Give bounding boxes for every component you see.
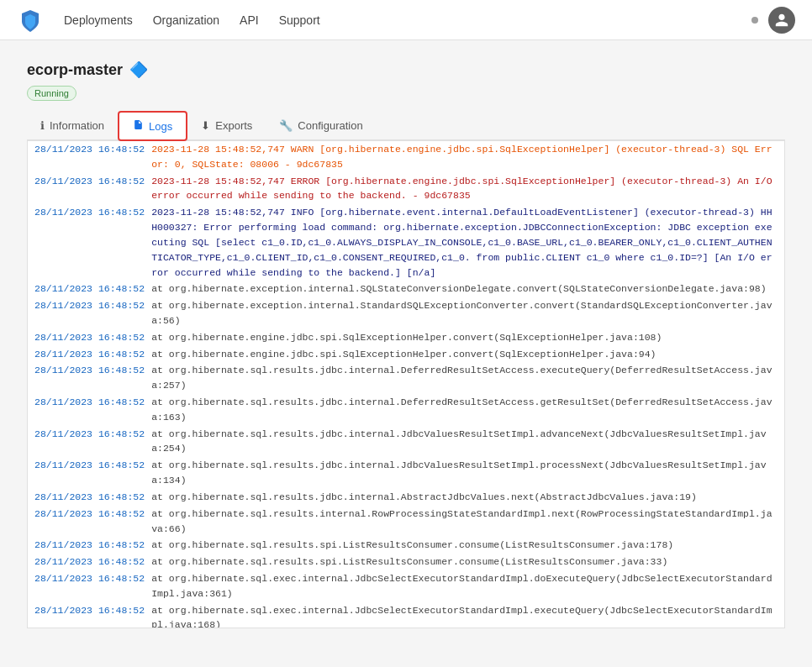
tab-configuration[interactable]: 🔧 Configuration [266,113,376,140]
log-entry: 28/11/2023 16:48:52at org.hibernate.sql.… [28,602,784,628]
log-entry: 28/11/2023 16:48:52at org.hibernate.exce… [28,297,784,329]
log-timestamp: 28/11/2023 16:48:52 [34,538,151,553]
tab-exports-label: Exports [215,119,252,132]
log-entry: 28/11/2023 16:48:52at org.hibernate.sql.… [28,554,784,570]
log-entry: 28/11/2023 16:48:52at org.hibernate.engi… [28,329,784,346]
main-content: ecorp-master 🔷 Running ℹ Information Log… [0,40,812,649]
exports-icon: ⬇ [201,119,210,132]
log-panel[interactable]: 28/11/2023 16:48:522023-11-28 15:48:52,7… [27,141,785,628]
log-timestamp: 28/11/2023 16:48:52 [34,571,151,601]
log-message: at org.hibernate.exception.internal.Stan… [151,298,778,328]
log-entry: 28/11/2023 16:48:52at org.hibernate.sql.… [28,426,784,458]
log-timestamp: 28/11/2023 16:48:52 [34,395,151,425]
tab-logs[interactable]: Logs [118,111,187,141]
tab-configuration-label: Configuration [298,119,362,132]
log-message: at org.hibernate.sql.exec.internal.JdbcS… [151,571,778,601]
tab-exports[interactable]: ⬇ Exports [187,113,266,140]
user-avatar[interactable] [768,7,795,34]
log-entry: 28/11/2023 16:48:52at org.hibernate.sql.… [28,506,784,538]
log-message: at org.hibernate.sql.results.jdbc.intern… [151,427,778,457]
log-message: at org.hibernate.sql.results.spi.ListRes… [151,538,778,553]
nav-support[interactable]: Support [279,10,320,30]
tab-information-label: Information [50,119,104,132]
log-timestamp: 28/11/2023 16:48:52 [34,205,151,280]
log-message: at org.hibernate.exception.internal.SQLS… [151,281,778,297]
log-entry: 28/11/2023 16:48:52at org.hibernate.exce… [28,281,784,297]
app-name: ecorp-master [27,61,123,79]
log-entry: 28/11/2023 16:48:52at org.hibernate.sql.… [28,537,784,554]
log-message: at org.hibernate.sql.results.jdbc.intern… [151,458,778,488]
log-message: at org.hibernate.engine.jdbc.spi.SqlExce… [151,330,778,345]
app-logo[interactable] [17,7,44,34]
log-timestamp: 28/11/2023 16:48:52 [34,142,151,172]
log-entry: 28/11/2023 16:48:52at org.hibernate.sql.… [28,394,784,426]
log-timestamp: 28/11/2023 16:48:52 [34,603,151,628]
log-message: 2023-11-28 15:48:52,747 ERROR [org.hiber… [151,174,778,204]
log-timestamp: 28/11/2023 16:48:52 [34,490,151,505]
nav-links: Deployments Organization API Support [64,10,751,30]
log-entry: 28/11/2023 16:48:52at org.hibernate.sql.… [28,362,784,394]
log-timestamp: 28/11/2023 16:48:52 [34,458,151,488]
log-message: at org.hibernate.sql.results.internal.Ro… [151,507,778,537]
log-timestamp: 28/11/2023 16:48:52 [34,298,151,328]
log-message: at org.hibernate.sql.results.jdbc.intern… [151,490,778,505]
log-message: at org.hibernate.engine.jdbc.spi.SqlExce… [151,347,778,362]
log-entry: 28/11/2023 16:48:52at org.hibernate.sql.… [28,570,784,602]
tab-logs-label: Logs [149,120,172,133]
log-entry: 28/11/2023 16:48:52at org.hibernate.sql.… [28,457,784,489]
log-timestamp: 28/11/2023 16:48:52 [34,427,151,457]
log-entry: 28/11/2023 16:48:522023-11-28 15:48:52,7… [28,141,784,173]
log-message: 2023-11-28 15:48:52,747 WARN [org.hibern… [151,142,778,172]
logs-icon [133,119,144,133]
log-timestamp: 28/11/2023 16:48:52 [34,174,151,204]
tab-bar: ℹ Information Logs ⬇ Exports 🔧 Configura… [27,111,785,141]
log-message: at org.hibernate.sql.results.jdbc.intern… [151,395,778,425]
status-indicator [751,17,758,24]
nav-actions [751,7,795,34]
log-timestamp: 28/11/2023 16:48:52 [34,281,151,297]
app-icon-emoji: 🔷 [129,60,148,79]
nav-api[interactable]: API [240,10,259,30]
log-message: at org.hibernate.sql.results.spi.ListRes… [151,554,778,570]
app-header: ecorp-master 🔷 [27,60,785,79]
log-entry: 28/11/2023 16:48:52at org.hibernate.sql.… [28,489,784,506]
log-timestamp: 28/11/2023 16:48:52 [34,363,151,393]
log-message: 2023-11-28 15:48:52,747 INFO [org.hibern… [151,205,778,280]
information-icon: ℹ [40,119,45,132]
log-message: at org.hibernate.sql.exec.internal.JdbcS… [151,603,778,628]
log-timestamp: 28/11/2023 16:48:52 [34,554,151,570]
log-timestamp: 28/11/2023 16:48:52 [34,347,151,362]
top-nav: Deployments Organization API Support [0,0,812,40]
log-timestamp: 28/11/2023 16:48:52 [34,330,151,345]
tab-information[interactable]: ℹ Information [27,113,118,140]
configuration-icon: 🔧 [279,119,293,132]
log-timestamp: 28/11/2023 16:48:52 [34,507,151,537]
log-entry: 28/11/2023 16:48:522023-11-28 15:48:52,7… [28,173,784,205]
status-badge: Running [27,86,76,101]
log-message: at org.hibernate.sql.results.jdbc.intern… [151,363,778,393]
nav-deployments[interactable]: Deployments [64,10,133,30]
nav-organization[interactable]: Organization [153,10,219,30]
log-entry: 28/11/2023 16:48:52at org.hibernate.engi… [28,346,784,363]
log-entry: 28/11/2023 16:48:522023-11-28 15:48:52,7… [28,204,784,281]
